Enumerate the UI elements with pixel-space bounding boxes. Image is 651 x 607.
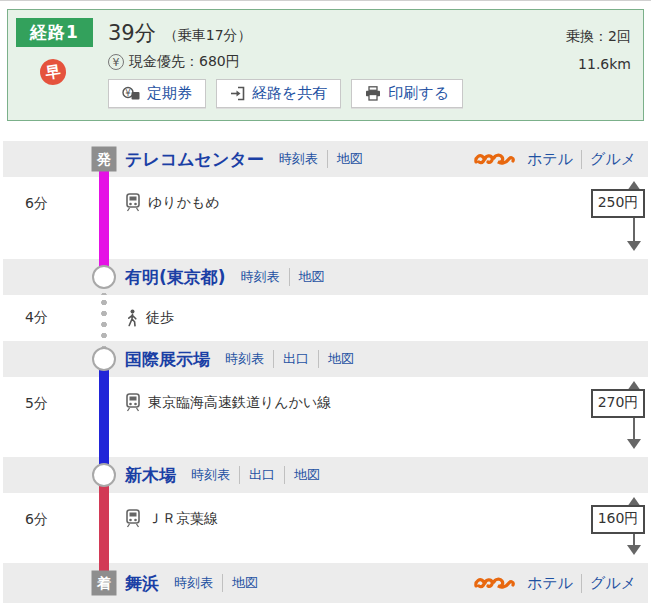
- segment-row-yurikamome: 6分 ゆりかもめ 250円: [3, 177, 648, 259]
- map-link[interactable]: 地図: [318, 350, 363, 368]
- train-icon: [125, 193, 141, 212]
- route-line-column: [92, 177, 116, 259]
- walk-icon: [125, 309, 139, 328]
- line-name: 徒歩: [146, 309, 174, 327]
- route-line-column: [92, 341, 116, 377]
- commuter-pass-icon: ¥: [122, 86, 140, 101]
- line-name: 東京臨海高速鉄道りんかい線: [148, 394, 331, 412]
- fare-amount: 270円: [591, 389, 645, 418]
- exit-link[interactable]: 出口: [239, 466, 284, 484]
- arrow-down-icon: [627, 241, 641, 251]
- route-line-column: [92, 493, 116, 563]
- summary-main: 39分 （乗車17分） ¥ 現金優先：680円 ¥ 定期券 経路: [108, 19, 463, 108]
- print-label: 印刷する: [388, 84, 449, 103]
- commuter-pass-label: 定期券: [147, 84, 192, 103]
- route-detail-card: 発 テレコムセンター 時刻表 地図 ホテル グルメ 6分: [3, 141, 648, 603]
- segment-row-rinkai: 5分 東京臨海高速鉄道りんかい線 270円: [3, 377, 648, 457]
- route-line-column: [92, 259, 116, 295]
- fare-amount: 160円: [591, 505, 645, 534]
- segment-content: ＪＲ京葉線: [125, 493, 648, 528]
- exit-link[interactable]: 出口: [273, 350, 318, 368]
- station-name-link[interactable]: 舞浜: [125, 572, 159, 595]
- station-row-arrival: 着 舞浜 時刻表 地図 ホテル グルメ: [3, 563, 648, 603]
- transit-route-page: 経路1 早 39分 （乗車17分） ¥ 現金優先：680円 ¥ 定期券: [0, 9, 651, 603]
- map-link[interactable]: 地図: [222, 574, 267, 592]
- timetable-link[interactable]: 時刻表: [165, 574, 222, 592]
- arrow-down-icon: [627, 439, 641, 449]
- route-line-column: [92, 295, 116, 341]
- hotel-link[interactable]: ホテル: [519, 150, 581, 169]
- segment-content: 徒歩: [125, 295, 648, 341]
- fastest-route-icon: 早: [38, 57, 67, 86]
- station-links: 時刻表 地図: [232, 268, 334, 286]
- gourmet-link[interactable]: グルメ: [581, 150, 644, 169]
- fare-amount: 250円: [591, 189, 645, 218]
- station-row-transfer: 国際展示場 時刻表 出口 地図: [3, 341, 648, 377]
- map-link[interactable]: 地図: [289, 268, 334, 286]
- station-links: 時刻表 出口 地図: [182, 466, 329, 484]
- station-links: 時刻表 出口 地図: [216, 350, 363, 368]
- route-line-column: 発: [92, 141, 116, 177]
- segment-content: ゆりかもめ: [125, 177, 648, 212]
- arrow-down-icon: [627, 545, 641, 555]
- timetable-link[interactable]: 時刻表: [270, 150, 327, 168]
- commuter-pass-button[interactable]: ¥ 定期券: [108, 79, 206, 108]
- svg-text:¥: ¥: [125, 88, 131, 98]
- station-row-transfer: 新木場 時刻表 出口 地図: [3, 457, 648, 493]
- transfer-station-marker: [92, 265, 116, 289]
- route-number-badge: 経路1: [16, 18, 93, 47]
- segment-duration: 6分: [25, 195, 48, 213]
- station-links: 時刻表 地図: [270, 150, 372, 168]
- action-buttons: ¥ 定期券 経路を共有 印刷する: [108, 79, 463, 108]
- jalan-logo-icon: [473, 151, 517, 168]
- fare-row: ¥ 現金優先：680円: [108, 53, 463, 71]
- timetable-link[interactable]: 時刻表: [232, 268, 289, 286]
- route-line-column: [92, 457, 116, 493]
- departure-badge: 発: [92, 147, 117, 172]
- travel-links: ホテル グルメ: [473, 574, 648, 593]
- fare-indicator: 270円: [591, 381, 645, 449]
- station-name-link[interactable]: 新木場: [125, 464, 176, 487]
- route-line-column: 着: [92, 563, 116, 603]
- fare-indicator: 160円: [591, 497, 645, 555]
- arrival-badge: 着: [92, 571, 117, 596]
- segment-row-keiyo: 6分 ＪＲ京葉線 160円: [3, 493, 648, 563]
- transfer-station-marker: [92, 463, 116, 487]
- station-name-link[interactable]: 国際展示場: [125, 348, 210, 371]
- ride-time: （乗車17分）: [164, 27, 252, 45]
- route-line-column: [92, 377, 116, 457]
- train-icon: [125, 393, 141, 412]
- transfer-station-marker: [92, 347, 116, 371]
- share-route-label: 経路を共有: [252, 84, 327, 103]
- transfer-count: 乗換：2回: [566, 22, 631, 50]
- station-links: 時刻表 地図: [165, 574, 267, 592]
- jalan-logo-icon: [473, 575, 517, 592]
- cash-priority-fare: 現金優先：680円: [129, 53, 240, 71]
- hotel-link[interactable]: ホテル: [519, 574, 581, 593]
- segment-content: 東京臨海高速鉄道りんかい線: [125, 377, 648, 412]
- timetable-link[interactable]: 時刻表: [216, 350, 273, 368]
- segment-duration: 6分: [25, 511, 48, 529]
- share-route-button[interactable]: 経路を共有: [216, 79, 341, 108]
- station-name-link[interactable]: 有明(東京都): [125, 266, 226, 289]
- segment-row-walk: 4分 徒歩: [3, 295, 648, 341]
- station-name-link[interactable]: テレコムセンター: [125, 148, 264, 171]
- printer-icon: [365, 86, 381, 101]
- fare-indicator: 250円: [591, 181, 645, 251]
- route-summary-card: 経路1 早 39分 （乗車17分） ¥ 現金優先：680円 ¥ 定期券: [7, 9, 644, 121]
- map-link[interactable]: 地図: [327, 150, 372, 168]
- time-row: 39分 （乗車17分）: [108, 19, 463, 47]
- print-button[interactable]: 印刷する: [351, 79, 463, 108]
- timetable-link[interactable]: 時刻表: [182, 466, 239, 484]
- line-name: ゆりかもめ: [148, 194, 220, 212]
- total-duration: 39分: [108, 19, 156, 47]
- gourmet-link[interactable]: グルメ: [581, 574, 644, 593]
- station-row-departure: 発 テレコムセンター 時刻表 地図 ホテル グルメ: [3, 141, 648, 177]
- segment-duration: 4分: [25, 309, 48, 327]
- map-link[interactable]: 地図: [284, 466, 329, 484]
- train-icon: [125, 509, 141, 528]
- station-row-transfer: 有明(東京都) 時刻表 地図: [3, 259, 648, 295]
- summary-right: 乗換：2回 11.6km: [566, 22, 631, 78]
- travel-links: ホテル グルメ: [473, 150, 648, 169]
- share-icon: [230, 86, 245, 101]
